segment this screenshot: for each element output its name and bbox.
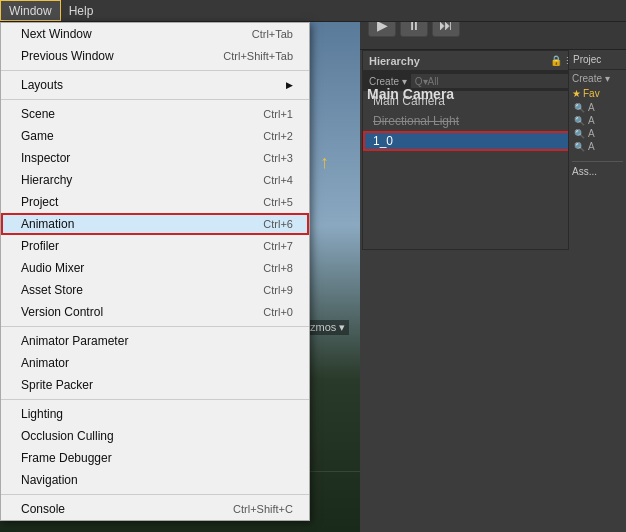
menu-version-control[interactable]: Version Control Ctrl+0 [1,301,309,323]
search-icon-3: 🔍 [574,129,585,139]
project-title: Projec [573,54,601,65]
fav-item-2[interactable]: 🔍 A [572,114,623,127]
menu-console[interactable]: Console Ctrl+Shift+C [1,498,309,520]
menu-lighting[interactable]: Lighting [1,403,309,425]
hierarchy-item-directional-light[interactable]: Directional Light [363,111,581,131]
menu-layouts[interactable]: Layouts [1,74,309,96]
favorites-section: ★ Fav 🔍 A 🔍 A 🔍 A 🔍 A [572,88,623,153]
menu-navigation[interactable]: Navigation [1,469,309,491]
menu-asset-store[interactable]: Asset Store Ctrl+9 [1,279,309,301]
menu-game[interactable]: Game Ctrl+2 [1,125,309,147]
menu-animation[interactable]: Animation Ctrl+6 [1,213,309,235]
menu-scene[interactable]: Scene Ctrl+1 [1,103,309,125]
separator-5 [1,494,309,495]
search-icon-1: 🔍 [574,103,585,113]
separator-1 [1,70,309,71]
hierarchy-item-1-0[interactable]: 1_0 [363,131,581,151]
separator-4 [1,399,309,400]
project-panel: Projec Create ▾ ★ Fav 🔍 A 🔍 A 🔍 A � [568,50,626,250]
menu-next-window[interactable]: Next Window Ctrl+Tab [1,23,309,45]
hierarchy-panel: Hierarchy 🔒 ☰ Create ▾ Main Camera Direc… [362,50,582,250]
menu-sprite-packer[interactable]: Sprite Packer [1,374,309,396]
search-icon-4: 🔍 [574,142,585,152]
hierarchy-create-button[interactable]: Create ▾ [369,76,407,87]
menu-occlusion-culling[interactable]: Occlusion Culling [1,425,309,447]
menu-bar: Window Help [0,0,626,22]
menu-animator-parameter[interactable]: Animator Parameter [1,330,309,352]
project-content: Create ▾ ★ Fav 🔍 A 🔍 A 🔍 A 🔍 A [569,70,626,180]
menu-audio-mixer[interactable]: Audio Mixer Ctrl+8 [1,257,309,279]
menu-prev-window[interactable]: Previous Window Ctrl+Shift+Tab [1,45,309,67]
project-panel-header: Projec [569,50,626,70]
fav-item-1[interactable]: 🔍 A [572,101,623,114]
hierarchy-title: Hierarchy [369,55,420,67]
main-camera-label: Main Camera [367,86,454,102]
menu-frame-debugger[interactable]: Frame Debugger [1,447,309,469]
fav-item-3[interactable]: 🔍 A [572,127,623,140]
menu-item-window[interactable]: Window [0,0,61,21]
separator-3 [1,326,309,327]
separator-2 [1,99,309,100]
window-dropdown: Next Window Ctrl+Tab Previous Window Ctr… [0,22,310,521]
fav-item-4[interactable]: 🔍 A [572,140,623,153]
menu-profiler[interactable]: Profiler Ctrl+7 [1,235,309,257]
hierarchy-header: Hierarchy 🔒 ☰ [363,51,581,71]
assets-label: Ass... [572,161,623,177]
hierarchy-lock-icon[interactable]: 🔒 [550,55,562,66]
menu-project[interactable]: Project Ctrl+5 [1,191,309,213]
transform-gizmo: ↑ [320,152,329,173]
menu-animator[interactable]: Animator [1,352,309,374]
menu-item-help[interactable]: Help [61,0,102,21]
favorites-label: ★ Fav [572,88,623,99]
menu-hierarchy[interactable]: Hierarchy Ctrl+4 [1,169,309,191]
project-create[interactable]: Create ▾ [572,73,623,84]
menu-inspector[interactable]: Inspector Ctrl+3 [1,147,309,169]
search-icon-2: 🔍 [574,116,585,126]
